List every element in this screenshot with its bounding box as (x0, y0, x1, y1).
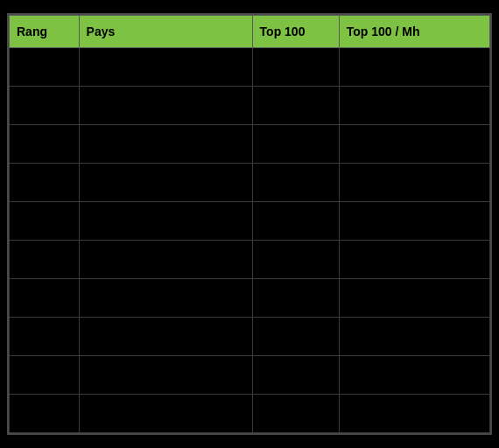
cell-top100mh-1 (339, 87, 489, 125)
cell-top100mh-6 (339, 279, 489, 318)
cell-pays-1 (79, 87, 252, 125)
cell-rang-9 (10, 395, 80, 433)
cell-top100mh-4 (339, 202, 489, 241)
cell-top100-6 (252, 279, 339, 318)
header-top100mh: Top 100 / Mh (339, 16, 489, 48)
cell-top100-0 (252, 48, 339, 87)
cell-pays-4 (79, 202, 252, 241)
cell-top100mh-0 (339, 48, 489, 87)
header-top100: Top 100 (252, 16, 339, 48)
cell-top100-2 (252, 125, 339, 164)
cell-top100mh-8 (339, 356, 489, 395)
cell-rang-2 (10, 125, 80, 164)
cell-rang-5 (10, 241, 80, 279)
table-row (10, 395, 490, 433)
cell-pays-7 (79, 318, 252, 356)
table-row (10, 125, 490, 164)
cell-rang-0 (10, 48, 80, 87)
table-row (10, 48, 490, 87)
cell-rang-7 (10, 318, 80, 356)
cell-top100-3 (252, 164, 339, 202)
table-row (10, 241, 490, 279)
cell-top100-8 (252, 356, 339, 395)
cell-top100-9 (252, 395, 339, 433)
cell-top100mh-9 (339, 395, 489, 433)
main-table-container: Rang Pays Top 100 Top 100 / Mh (7, 13, 492, 435)
cell-pays-6 (79, 279, 252, 318)
cell-pays-2 (79, 125, 252, 164)
table-row (10, 87, 490, 125)
table-header-row: Rang Pays Top 100 Top 100 / Mh (10, 16, 490, 48)
cell-top100-1 (252, 87, 339, 125)
cell-pays-0 (79, 48, 252, 87)
cell-rang-6 (10, 279, 80, 318)
cell-pays-8 (79, 356, 252, 395)
cell-top100mh-2 (339, 125, 489, 164)
cell-top100-7 (252, 318, 339, 356)
cell-pays-3 (79, 164, 252, 202)
table-row (10, 202, 490, 241)
header-rang: Rang (10, 16, 80, 48)
cell-pays-5 (79, 241, 252, 279)
cell-rang-3 (10, 164, 80, 202)
cell-top100mh-3 (339, 164, 489, 202)
table-row (10, 318, 490, 356)
table-row (10, 279, 490, 318)
cell-top100mh-5 (339, 241, 489, 279)
header-pays: Pays (79, 16, 252, 48)
cell-rang-8 (10, 356, 80, 395)
table-row (10, 356, 490, 395)
cell-rang-1 (10, 87, 80, 125)
cell-top100-4 (252, 202, 339, 241)
rankings-table: Rang Pays Top 100 Top 100 / Mh (9, 15, 490, 433)
cell-pays-9 (79, 395, 252, 433)
cell-top100mh-7 (339, 318, 489, 356)
cell-rang-4 (10, 202, 80, 241)
table-row (10, 164, 490, 202)
cell-top100-5 (252, 241, 339, 279)
